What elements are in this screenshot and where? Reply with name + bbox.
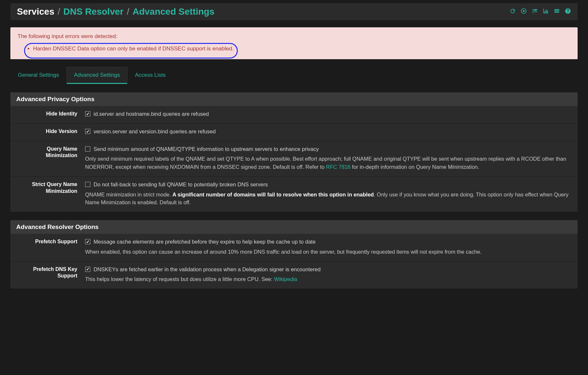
tab-advanced-settings[interactable]: Advanced Settings	[67, 67, 128, 84]
checkbox-label-hide-version: version.server and version.bind queries …	[94, 127, 216, 136]
help-qname-min: Only send minimum required labels of the…	[85, 155, 572, 171]
help-strict-qname: QNAME minimization in strict mode. A sig…	[85, 191, 572, 207]
sliders-icon[interactable]	[531, 8, 538, 16]
checkbox-label-prefetch-key: DNSKEYs are fetched earlier in the valid…	[94, 265, 321, 274]
checkbox-label-strict-qname: Do not fall-back to sending full QNAME t…	[94, 181, 268, 189]
checkbox-label-prefetch: Message cache elements are prefetched be…	[94, 238, 315, 246]
help-qname-min-pre: Only send minimum required labels of the…	[85, 156, 566, 170]
checkbox-label-qname-min: Send minimum amount of QNAME/QTYPE infor…	[94, 145, 319, 153]
row-prefetch: Prefetch Support Message cache elements …	[10, 234, 578, 261]
checkbox-strict-qname[interactable]	[85, 182, 90, 187]
panel-advanced-privacy: Advanced Privacy Options Hide Identity i…	[10, 92, 578, 212]
breadcrumb-sep: /	[125, 7, 131, 17]
bar-chart-icon[interactable]	[543, 8, 549, 16]
checkbox-prefetch[interactable]	[85, 239, 90, 244]
breadcrumb-root: Services	[17, 7, 54, 17]
error-alert: The following input errors were detected…	[10, 27, 578, 59]
checkbox-hide-identity[interactable]	[85, 111, 90, 116]
link-rfc-7816[interactable]: RFC 7816	[326, 164, 351, 170]
help-icon[interactable]	[565, 8, 571, 16]
label-strict-qname: Strict Query Name Minimization	[10, 177, 82, 212]
title-action-icons	[509, 8, 571, 16]
help-prefetch-key-pre: This helps lower the latency of requests…	[85, 276, 274, 282]
label-hide-identity: Hide Identity	[10, 106, 82, 123]
row-hide-identity: Hide Identity id.server and hostname.bin…	[10, 106, 578, 123]
label-qname-min: Query Name Minimization	[10, 141, 82, 176]
row-prefetch-key: Prefetch DNS Key Support DNSKEYs are fet…	[10, 261, 578, 289]
label-hide-version: Hide Version	[10, 124, 82, 141]
list-icon[interactable]	[554, 8, 560, 16]
checkbox-prefetch-key[interactable]	[85, 267, 90, 272]
row-hide-version: Hide Version version.server and version.…	[10, 123, 578, 141]
checkbox-hide-version[interactable]	[85, 129, 90, 134]
panel-advanced-resolver: Advanced Resolver Options Prefetch Suppo…	[10, 220, 578, 288]
help-prefetch-key: This helps lower the latency of requests…	[85, 275, 572, 283]
help-strict-qname-strong: A significant number of domains will fai…	[173, 192, 374, 197]
link-wikipedia[interactable]: Wikipedia	[274, 276, 297, 282]
error-alert-item: Harden DNSSEC Data option can only be en…	[33, 46, 570, 52]
tab-access-lists[interactable]: Access Lists	[127, 67, 173, 84]
breadcrumb-link-advanced-settings[interactable]: Advanced Settings	[133, 7, 214, 17]
checkbox-qname-min[interactable]	[85, 146, 90, 152]
label-prefetch-key: Prefetch DNS Key Support	[10, 261, 82, 289]
stop-icon[interactable]	[520, 8, 527, 16]
error-alert-list: Harden DNSSEC Data option can only be en…	[33, 46, 570, 52]
error-alert-intro: The following input errors were detected…	[18, 33, 570, 40]
tab-general-settings[interactable]: General Settings	[10, 67, 67, 84]
help-strict-qname-pre: QNAME minimization in strict mode.	[85, 192, 173, 197]
help-qname-min-post: for in-depth information on Query Name M…	[351, 164, 479, 170]
breadcrumb-sep: /	[56, 7, 61, 17]
breadcrumb: Services / DNS Resolver / Advanced Setti…	[17, 7, 214, 17]
row-qname-min: Query Name Minimization Send minimum amo…	[10, 141, 578, 176]
breadcrumb-link-dns-resolver[interactable]: DNS Resolver	[63, 7, 123, 17]
help-prefetch: When enabled, this option can cause an i…	[85, 248, 572, 256]
label-prefetch: Prefetch Support	[10, 234, 82, 261]
titlebar: Services / DNS Resolver / Advanced Setti…	[10, 3, 578, 20]
row-strict-qname: Strict Query Name Minimization Do not fa…	[10, 176, 578, 212]
refresh-icon[interactable]	[509, 8, 516, 16]
tabs: General Settings Advanced Settings Acces…	[10, 67, 578, 84]
panel-header-resolver: Advanced Resolver Options	[10, 220, 578, 234]
panel-header-privacy: Advanced Privacy Options	[10, 92, 578, 106]
checkbox-label-hide-identity: id.server and hostname.bind queries are …	[94, 110, 209, 118]
